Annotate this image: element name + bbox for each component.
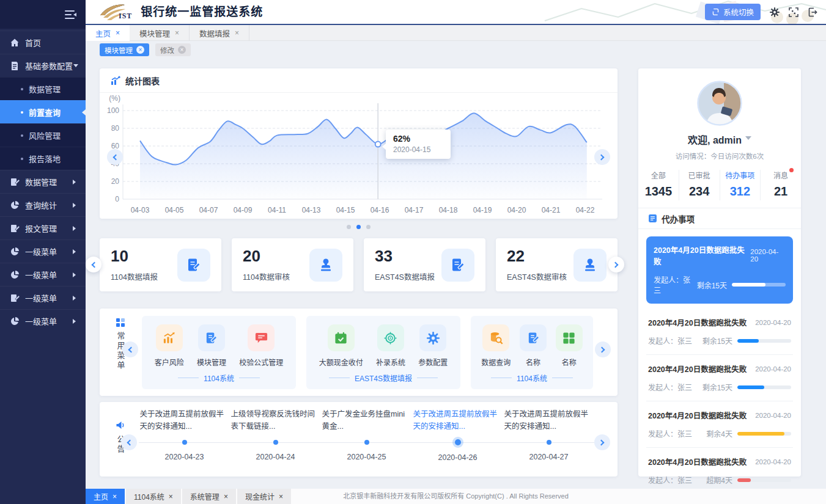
sidebar-item-level1-menu-2[interactable]: 一级菜单 xyxy=(0,263,86,286)
menu-item-param-config[interactable]: 参数配置 xyxy=(418,324,448,367)
sidebar-item-label: 一级菜单 xyxy=(25,292,70,304)
todo-item-remaining: 剩余15天 xyxy=(702,382,732,392)
sidebar-item-message-mgmt[interactable]: 报文管理 xyxy=(0,216,86,239)
stat-todo[interactable]: 待办事项 312 xyxy=(720,170,761,200)
chart-pagination[interactable] xyxy=(100,225,618,229)
menu-item-name-1[interactable]: 名称 xyxy=(520,324,547,367)
progress-bar xyxy=(737,385,791,389)
sidebar-item-level1-menu-3[interactable]: 一级菜单 xyxy=(0,286,86,309)
progress-fill xyxy=(737,432,784,436)
stat-value: 10 xyxy=(111,247,158,266)
chevron-right-icon xyxy=(613,261,619,268)
sidebar-item-data-mgmt-sub[interactable]: 数据管理 xyxy=(0,77,86,100)
sidebar-item-query-stats[interactable]: 查询统计 xyxy=(0,193,86,216)
sidebar-item-report-landing[interactable]: 报告落地 xyxy=(0,147,86,170)
stat-card-east4s-fill[interactable]: 33 EAST4S数据填报 xyxy=(364,238,485,291)
chart-prev-button[interactable] xyxy=(107,149,123,165)
close-icon[interactable]: × xyxy=(279,492,283,501)
stat-card-east4s-review[interactable]: 22 EAST4S数据审核 xyxy=(496,238,618,291)
sidebar-item-level1-menu-1[interactable]: 一级菜单 xyxy=(0,239,86,263)
stat-all[interactable]: 全部 1345 xyxy=(638,170,679,200)
close-icon[interactable]: × xyxy=(178,46,186,54)
chip-edit[interactable]: 修改× xyxy=(155,43,191,56)
todo-item-active[interactable]: 2020年4月20日数据跑批失败 2020-04-20 发起人：张三 剩余15天 xyxy=(646,236,793,304)
announcement-item[interactable]: 关于改进周五提前放假半天的安排通知... 2020-04-23 xyxy=(139,408,230,462)
stats-next-button[interactable] xyxy=(608,257,624,272)
close-icon[interactable]: × xyxy=(169,492,173,501)
system-switch-button[interactable]: 系统切换 xyxy=(705,4,761,20)
common-menu-next-button[interactable] xyxy=(595,341,611,357)
timeline-dot xyxy=(547,440,551,445)
sidebar-item-risk-mgmt[interactable]: 风险管理 xyxy=(0,123,86,147)
fullscreen-icon[interactable] xyxy=(789,7,798,17)
sidebar-item-front-query[interactable]: 前置查询 xyxy=(0,100,86,123)
chart-plot[interactable]: 020406080100(%)04-0304-0504-0704-0904-11… xyxy=(100,95,618,217)
svg-text:04-09: 04-09 xyxy=(234,206,253,214)
announcements-next-button[interactable] xyxy=(594,434,610,450)
stat-messages[interactable]: 消息 21 xyxy=(761,170,801,200)
menu-item-customer-risk[interactable]: 客户风险 xyxy=(155,324,184,367)
menu-item-formula-mgmt[interactable]: 校验公式管理 xyxy=(239,324,283,367)
todo-item[interactable]: 2020年4月20日数据跑批失败 2020-04-20 发起人：张三 剩余4天 xyxy=(646,401,793,448)
announcement-item[interactable]: 上级领导视察反洗钱时间表下载链接... 2020-04-24 xyxy=(230,408,321,462)
sidebar-item-label: 查询统计 xyxy=(25,199,70,211)
menu-item-data-query[interactable]: 数据查询 xyxy=(481,324,511,367)
chevron-right-icon xyxy=(73,203,78,208)
sidebar-item-home[interactable]: 首页 xyxy=(0,31,86,54)
timeline-dot xyxy=(455,439,461,445)
menu-item-supplement-system[interactable]: 补录系统 xyxy=(376,324,405,367)
sidebar-item-level1-menu-4[interactable]: 一级菜单 xyxy=(0,309,86,332)
document-icon xyxy=(10,61,20,71)
todo-item[interactable]: 2020年4月20日数据跑批失败 2020-04-20 发起人：张三 超期4天 xyxy=(646,448,793,494)
bottom-tab-home[interactable]: 主页× xyxy=(86,489,125,504)
menu-item-large-cash[interactable]: 大额现金收付 xyxy=(319,324,363,367)
user-panel: 欢迎, admin 访问情况：今日访问次数6次 全部 1345 已审批 234 … xyxy=(638,68,801,477)
bottom-tab-1104[interactable]: 1104系统× xyxy=(126,489,181,504)
close-icon[interactable]: × xyxy=(136,46,144,54)
announcement-item-active[interactable]: 关于改进周五提前放假半天的安排通知... 2020-04-26 xyxy=(412,408,503,462)
doc-edit-icon xyxy=(10,224,20,233)
gear-icon[interactable] xyxy=(770,7,780,17)
bottom-tab-cash-stats[interactable]: 现金统计× xyxy=(237,489,291,504)
menu-item-name-2[interactable]: 名称 xyxy=(556,324,583,367)
close-icon[interactable]: × xyxy=(224,492,228,501)
pagination-dot[interactable] xyxy=(366,225,371,229)
sidebar-item-base-params[interactable]: 基础参数配置 xyxy=(0,54,86,77)
chart-next-button[interactable] xyxy=(594,149,610,165)
progress-fill xyxy=(737,478,751,482)
announcement-item[interactable]: 关于广发金业务挂盘mini黄金... 2020-04-25 xyxy=(321,408,412,462)
avatar[interactable] xyxy=(697,81,742,126)
sidebar-item-label: 基础参数配置 xyxy=(25,60,73,71)
menu-item-label: 补录系统 xyxy=(376,357,405,367)
menu-item-module-mgmt[interactable]: 模块管理 xyxy=(197,324,226,367)
chevron-right-icon xyxy=(599,154,605,160)
close-icon[interactable]: × xyxy=(116,29,120,37)
tab-data-fill[interactable]: 数据填报× xyxy=(190,25,249,41)
sidebar-item-data-mgmt[interactable]: 数据管理 xyxy=(0,170,86,193)
bottom-tab-system-mgmt[interactable]: 系统管理× xyxy=(182,489,236,504)
announcement-item[interactable]: 关于改进周五提前放假半天的安排通知... 2020-04-27 xyxy=(503,408,594,462)
tab-module-mgmt[interactable]: 模块管理× xyxy=(130,25,190,41)
menu-item-label: 模块管理 xyxy=(197,357,226,367)
announcements-prev-button[interactable] xyxy=(121,434,137,450)
todo-item[interactable]: 2020年4月20日数据跑批失败 2020-04-20 发起人：张三 剩余15天 xyxy=(646,355,793,401)
collapse-menu-icon[interactable] xyxy=(65,10,77,20)
tab-home[interactable]: 主页× xyxy=(86,25,130,41)
chip-module-mgmt[interactable]: 模块管理× xyxy=(100,43,149,56)
pagination-dot[interactable] xyxy=(347,225,351,229)
close-icon[interactable]: × xyxy=(175,29,179,37)
close-icon[interactable]: × xyxy=(112,492,117,501)
divider xyxy=(491,378,512,378)
stat-card-1104-review[interactable]: 20 1104数据审核 xyxy=(232,238,353,291)
close-icon[interactable]: × xyxy=(235,29,239,37)
todo-item-date: 2020-04-20 xyxy=(755,319,791,326)
stats-prev-button[interactable] xyxy=(86,257,101,272)
common-menu-prev-button[interactable] xyxy=(122,341,138,357)
stat-card-1104-fill[interactable]: 10 1104数据填报 xyxy=(100,238,221,291)
todo-item[interactable]: 2020年4月20日数据跑批失败 2020-04-20 发起人：张三 剩余15天 xyxy=(646,309,793,355)
stat-approved[interactable]: 已审批 234 xyxy=(679,170,720,200)
logout-icon[interactable] xyxy=(808,7,817,17)
chevron-down-icon[interactable] xyxy=(745,136,751,143)
pagination-dot[interactable] xyxy=(356,225,361,229)
stat-value: 33 xyxy=(375,247,435,266)
